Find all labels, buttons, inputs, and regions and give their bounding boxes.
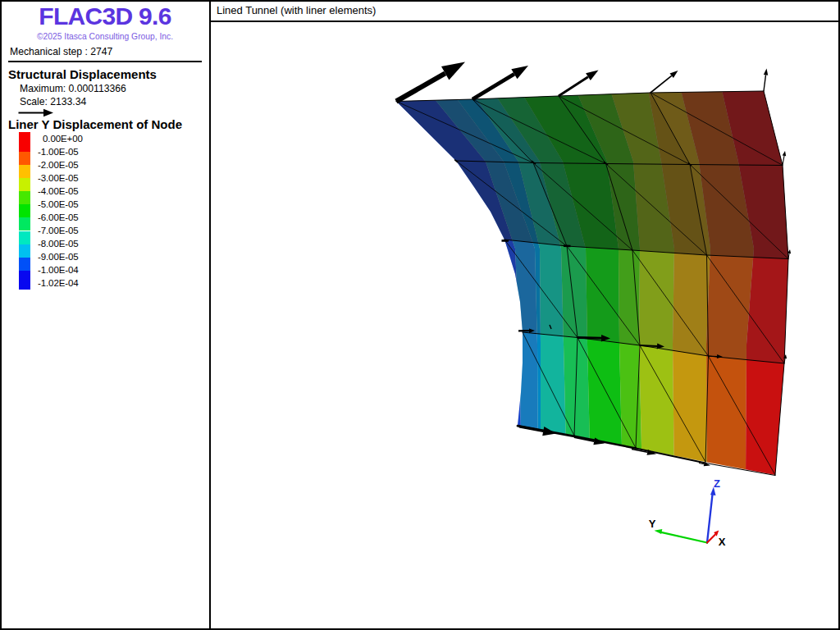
svg-text:Y: Y	[649, 518, 656, 530]
svg-text:X: X	[719, 536, 726, 548]
svg-text:Z: Z	[714, 477, 720, 490]
